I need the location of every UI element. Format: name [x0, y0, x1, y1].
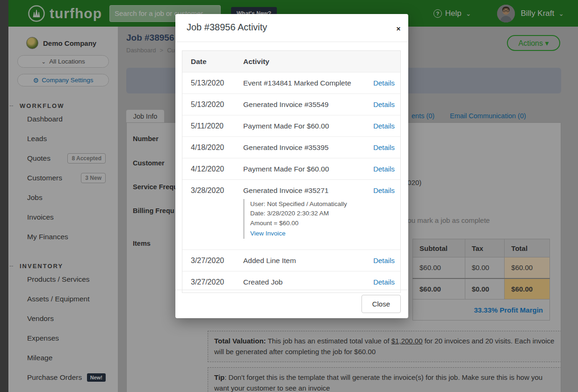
- activity-table: Date Activity 5/13/2020 Event #134841 Ma…: [182, 50, 401, 293]
- activity-table-header: Date Activity: [182, 51, 400, 72]
- activity-row: 3/27/2020 Added Line Item Details: [182, 249, 400, 271]
- activity-row: 5/13/2020 Event #134841 Marked Complete …: [182, 72, 400, 93]
- details-link[interactable]: Details: [373, 165, 395, 173]
- modal-header: Job #38956 Activity ✕: [175, 14, 408, 42]
- activity-row-expanded: 3/28/2020 Generated Invoice #35271 User:…: [182, 179, 400, 249]
- details-link[interactable]: Details: [373, 122, 395, 130]
- detail-date: Date: 3/28/2020 2:30:32 AM: [250, 209, 363, 218]
- details-link[interactable]: Details: [373, 79, 395, 87]
- details-link[interactable]: Details: [373, 186, 395, 194]
- activity-row: 5/11/2020 Payment Made For $60.00 Detail…: [182, 115, 400, 136]
- col-date: Date: [182, 51, 238, 72]
- details-link[interactable]: Details: [373, 257, 395, 264]
- modal-footer: Close: [175, 290, 408, 318]
- view-invoice-link[interactable]: View Invoice: [250, 229, 286, 238]
- activity-row: 5/13/2020 Generated Invoice #35549 Detai…: [182, 93, 400, 115]
- detail-user: User: Not Specified / Automatically: [250, 200, 363, 209]
- detail-amount: Amount = $60.00: [250, 219, 363, 228]
- close-icon[interactable]: ✕: [396, 26, 401, 32]
- details-link[interactable]: Details: [373, 100, 395, 108]
- modal-title: Job #38956 Activity: [187, 22, 267, 33]
- close-button[interactable]: Close: [361, 295, 401, 313]
- activity-row: 4/12/2020 Payment Made For $60.00 Detail…: [182, 158, 400, 179]
- activity-detail-block: User: Not Specified / Automatically Date…: [243, 199, 363, 239]
- details-link[interactable]: Details: [373, 278, 395, 286]
- activity-row: 4/18/2020 Generated Invoice #35395 Detai…: [182, 136, 400, 158]
- col-activity: Activity: [238, 51, 363, 72]
- job-activity-modal: Job #38956 Activity ✕ Date Activity 5/13…: [175, 14, 408, 318]
- details-link[interactable]: Details: [373, 143, 395, 151]
